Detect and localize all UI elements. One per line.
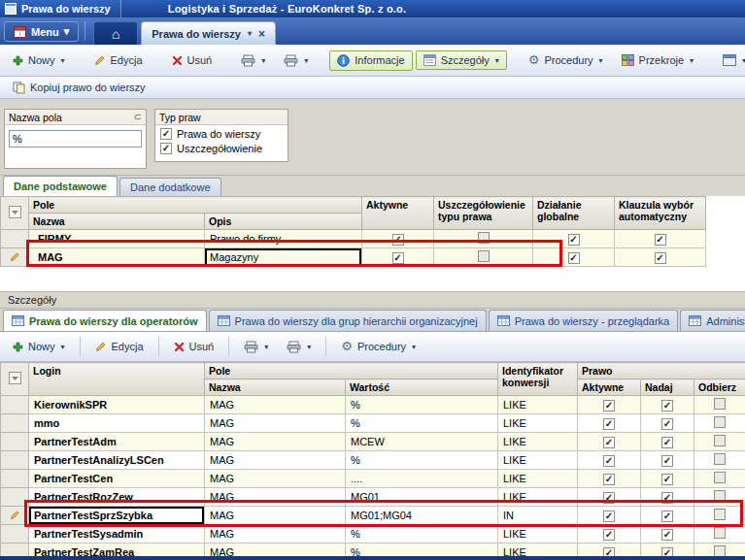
cell-nazwa[interactable]: MAG (205, 470, 346, 488)
checkbox-checked[interactable]: ✓ (603, 529, 615, 541)
detail-print-preview-button[interactable]: ▾ (279, 337, 319, 357)
nazwa-pola-input[interactable] (9, 130, 142, 148)
cell-odbierz[interactable] (694, 525, 745, 544)
checkbox-checked[interactable]: ✓ (661, 492, 673, 504)
checkbox-checked[interactable]: ✓ (661, 437, 673, 448)
col-header-pole[interactable]: Pole (29, 197, 362, 214)
cell-aktywne[interactable]: ✓ (578, 451, 641, 470)
cell-nazwa[interactable]: MAG (29, 248, 205, 267)
cell-nadaj[interactable]: ✓ (641, 488, 694, 507)
checkbox-unchecked[interactable] (478, 250, 490, 262)
cell-nazwa[interactable]: FIRMY (29, 230, 205, 248)
cell-nadaj[interactable]: ✓ (641, 525, 694, 544)
cell-identyfikator-konwersji[interactable]: LIKE (498, 488, 578, 507)
nazwa-pola-header[interactable]: Nazwa pola ⊂ (5, 110, 146, 125)
cell-login[interactable]: PartnerTestSprzSzybka (29, 507, 205, 525)
table2-row[interactable]: mmoMAG%LIKE✓✓ (1, 414, 745, 433)
checkbox-checked[interactable]: ✓ (392, 252, 404, 264)
col-header-opis[interactable]: Opis (205, 214, 362, 230)
views-button[interactable]: ▾ (715, 50, 745, 70)
cell-login[interactable]: PartnerTestCen (29, 470, 205, 488)
cell-nazwa[interactable]: MAG (205, 451, 346, 470)
checkbox-unchecked[interactable] (714, 527, 726, 539)
cell-wartosc[interactable]: MCEW (346, 433, 498, 451)
cell-uszczegolowienie[interactable] (434, 248, 533, 267)
cell-odbierz[interactable] (694, 488, 745, 507)
edycja-button[interactable]: Edycja (86, 50, 151, 70)
cell-login[interactable]: PartnerTestAdm (29, 433, 205, 451)
procedury-button[interactable]: ⚙ Procedury ▾ (521, 50, 611, 70)
cell-wartosc[interactable]: % (346, 451, 498, 470)
checkbox-checked[interactable]: ✓ (160, 143, 172, 154)
cell-identyfikator-konwersji[interactable]: LIKE (498, 525, 578, 544)
table2-row[interactable]: PartnerTestSysadminMAG%LIKE✓✓ (1, 525, 745, 544)
cell-odbierz[interactable] (694, 507, 745, 525)
checkbox-unchecked[interactable] (714, 509, 726, 520)
cell-uszczegolowienie[interactable] (434, 230, 533, 248)
col-header-aktywne[interactable]: Aktywne (362, 197, 434, 230)
cell-odbierz[interactable] (694, 433, 745, 451)
cell-klauzula[interactable]: ✓ (615, 230, 706, 248)
cell-login[interactable]: PartnerTestRozZew (29, 488, 205, 507)
cell-dzialanie[interactable]: ✓ (533, 230, 615, 248)
cell-nazwa[interactable]: MAG (205, 433, 346, 451)
col-header-aktywne[interactable]: Aktywne (578, 379, 641, 396)
checkbox-checked[interactable]: ✓ (661, 418, 673, 430)
cell-wartosc[interactable]: MG01;MG04 (346, 507, 498, 525)
detail-tab[interactable]: Prawa do wierszy dla operatorów (3, 310, 207, 331)
cell-aktywne[interactable]: ✓ (578, 396, 641, 414)
table2-row[interactable]: PartnerTestAdmMAGMCEWLIKE✓✓ (1, 433, 745, 451)
detail-tab[interactable]: Prawa do wierszy - przeglądarka (489, 310, 679, 331)
cell-identyfikator-konwersji[interactable]: IN (498, 507, 578, 525)
cell-nadaj[interactable]: ✓ (641, 396, 694, 414)
cell-nadaj[interactable]: ✓ (641, 507, 694, 525)
print-button[interactable]: ▾ (233, 50, 273, 71)
cell-nazwa[interactable]: MAG (205, 507, 346, 525)
checkbox-checked[interactable]: ✓ (160, 128, 172, 140)
checkbox-checked[interactable]: ✓ (568, 234, 580, 246)
main-tab[interactable]: Dane podstawowe (3, 176, 118, 196)
checkbox-unchecked[interactable] (714, 472, 726, 483)
detail-nowy-button[interactable]: Nowy ▾ (5, 337, 73, 356)
col-header-nazwa[interactable]: Nazwa (29, 214, 205, 230)
checkbox-checked[interactable]: ✓ (603, 437, 615, 448)
checkbox-checked[interactable]: ✓ (603, 418, 615, 430)
cell-identyfikator-konwersji[interactable]: LIKE (498, 451, 578, 470)
cell-klauzula[interactable]: ✓ (615, 248, 706, 267)
cell-odbierz[interactable] (694, 414, 745, 433)
cell-opis[interactable]: Magazyny (205, 248, 362, 267)
cell-nazwa[interactable]: MAG (205, 414, 346, 433)
detail-usun-button[interactable]: Usuń (166, 337, 222, 356)
cell-odbierz[interactable] (694, 396, 745, 414)
checkbox-checked[interactable]: ✓ (392, 234, 404, 246)
col-header-wartosc[interactable]: Wartość (346, 379, 498, 396)
typ-praw-option[interactable]: ✓Prawa do wierszy (155, 125, 288, 140)
szczegoly-button[interactable]: Szczegóły ▾ (416, 50, 507, 70)
table1-corner-selector[interactable] (1, 197, 29, 230)
col-header-klauzula[interactable]: Klauzula wybór automatyczny (615, 197, 706, 230)
cell-identyfikator-konwersji[interactable]: LIKE (498, 414, 578, 433)
tab-prawa-do-wierszy[interactable]: Prawa do wierszy ▾ × (141, 21, 276, 45)
cell-aktywne[interactable]: ✓ (362, 230, 434, 248)
cell-identyfikator-konwersji[interactable]: LIKE (498, 433, 578, 451)
usun-button[interactable]: Usuń (164, 50, 220, 70)
cell-identyfikator-konwersji[interactable]: LIKE (498, 396, 578, 414)
col-header-pole[interactable]: Pole (205, 363, 498, 379)
col-header-prawo[interactable]: Prawo (578, 363, 745, 379)
cell-aktywne[interactable]: ✓ (578, 488, 641, 507)
cell-aktywne[interactable]: ✓ (578, 525, 641, 544)
cell-aktywne[interactable]: ✓ (362, 248, 434, 267)
checkbox-checked[interactable]: ✓ (603, 511, 615, 522)
cell-aktywne[interactable]: ✓ (578, 414, 641, 433)
checkbox-unchecked[interactable] (714, 453, 726, 465)
cell-nazwa[interactable]: MAG (205, 396, 346, 414)
col-header-nadaj[interactable]: Nadaj (641, 379, 694, 396)
przekroje-button[interactable]: Przekroje ▾ (614, 50, 701, 70)
cell-nazwa[interactable]: MAG (205, 525, 346, 544)
checkbox-checked[interactable]: ✓ (655, 234, 666, 246)
cell-dzialanie[interactable]: ✓ (533, 248, 615, 267)
main-tab[interactable]: Dane dodatkowe (119, 178, 221, 196)
checkbox-checked[interactable]: ✓ (661, 455, 673, 467)
checkbox-unchecked[interactable] (714, 398, 726, 410)
table2-row[interactable]: PartnerTestSprzSzybkaMAGMG01;MG04IN✓✓ (1, 507, 745, 525)
